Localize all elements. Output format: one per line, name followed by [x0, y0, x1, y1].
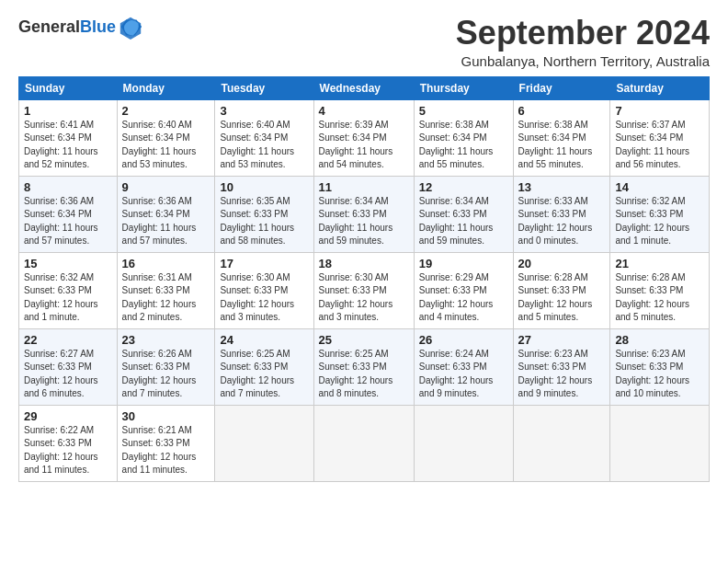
week-row-5: 29Sunrise: 6:22 AM Sunset: 6:33 PM Dayli… — [19, 405, 710, 481]
table-row: 15Sunrise: 6:32 AM Sunset: 6:33 PM Dayli… — [19, 252, 118, 328]
table-row: 25Sunrise: 6:25 AM Sunset: 6:33 PM Dayli… — [313, 328, 414, 405]
table-row: 9Sunrise: 6:36 AM Sunset: 6:34 PM Daylig… — [117, 176, 215, 252]
day-info: Sunrise: 6:25 AM Sunset: 6:33 PM Dayligh… — [220, 348, 308, 401]
logo-blue: Blue — [80, 17, 116, 36]
day-info: Sunrise: 6:38 AM Sunset: 6:34 PM Dayligh… — [419, 119, 508, 172]
day-number: 25 — [319, 333, 409, 347]
logo-icon — [118, 15, 143, 40]
day-number: 24 — [220, 333, 308, 347]
day-info: Sunrise: 6:32 AM Sunset: 6:33 PM Dayligh… — [615, 195, 704, 248]
day-info: Sunrise: 6:28 AM Sunset: 6:33 PM Dayligh… — [615, 271, 704, 325]
day-info: Sunrise: 6:27 AM Sunset: 6:33 PM Dayligh… — [24, 348, 112, 401]
day-info: Sunrise: 6:39 AM Sunset: 6:34 PM Dayligh… — [319, 119, 409, 172]
day-number: 17 — [220, 257, 308, 270]
day-number: 4 — [319, 104, 409, 118]
table-row: 18Sunrise: 6:30 AM Sunset: 6:33 PM Dayli… — [313, 252, 414, 328]
logo: GeneralBlue — [18, 15, 143, 40]
day-info: Sunrise: 6:37 AM Sunset: 6:34 PM Dayligh… — [615, 119, 704, 172]
day-number: 18 — [319, 257, 409, 270]
day-info: Sunrise: 6:30 AM Sunset: 6:33 PM Dayligh… — [220, 271, 308, 325]
table-row: 20Sunrise: 6:28 AM Sunset: 6:33 PM Dayli… — [513, 252, 610, 328]
day-number: 8 — [24, 180, 112, 194]
table-row: 26Sunrise: 6:24 AM Sunset: 6:33 PM Dayli… — [414, 328, 513, 405]
day-number: 10 — [220, 180, 308, 194]
day-number: 11 — [319, 180, 409, 194]
table-row: 4Sunrise: 6:39 AM Sunset: 6:34 PM Daylig… — [313, 99, 414, 176]
table-row: 22Sunrise: 6:27 AM Sunset: 6:33 PM Dayli… — [19, 328, 118, 405]
col-saturday: Saturday — [610, 76, 710, 99]
page: GeneralBlue September 2024 Gunbalanya, N… — [0, 0, 728, 491]
table-row: 23Sunrise: 6:26 AM Sunset: 6:33 PM Dayli… — [117, 328, 215, 405]
day-number: 16 — [122, 257, 210, 270]
table-row — [414, 405, 513, 481]
table-row — [513, 405, 610, 481]
table-row: 17Sunrise: 6:30 AM Sunset: 6:33 PM Dayli… — [215, 252, 313, 328]
subtitle: Gunbalanya, Northern Territory, Australi… — [456, 53, 710, 69]
week-row-2: 8Sunrise: 6:36 AM Sunset: 6:34 PM Daylig… — [19, 176, 710, 252]
title-block: September 2024 Gunbalanya, Northern Terr… — [456, 15, 710, 69]
table-row: 21Sunrise: 6:28 AM Sunset: 6:33 PM Dayli… — [610, 252, 710, 328]
table-row: 8Sunrise: 6:36 AM Sunset: 6:34 PM Daylig… — [19, 176, 118, 252]
week-row-1: 1Sunrise: 6:41 AM Sunset: 6:34 PM Daylig… — [19, 99, 710, 176]
day-info: Sunrise: 6:23 AM Sunset: 6:33 PM Dayligh… — [615, 348, 704, 401]
day-number: 20 — [518, 257, 606, 270]
day-number: 28 — [615, 333, 704, 347]
day-info: Sunrise: 6:40 AM Sunset: 6:34 PM Dayligh… — [122, 119, 210, 172]
header: GeneralBlue September 2024 Gunbalanya, N… — [18, 15, 710, 69]
day-number: 6 — [518, 104, 606, 118]
table-row: 30Sunrise: 6:21 AM Sunset: 6:33 PM Dayli… — [117, 405, 215, 481]
table-row: 7Sunrise: 6:37 AM Sunset: 6:34 PM Daylig… — [610, 99, 710, 176]
table-row: 24Sunrise: 6:25 AM Sunset: 6:33 PM Dayli… — [215, 328, 313, 405]
day-number: 7 — [615, 104, 704, 118]
day-number: 2 — [122, 104, 210, 118]
day-number: 29 — [24, 409, 112, 423]
table-row: 27Sunrise: 6:23 AM Sunset: 6:33 PM Dayli… — [513, 328, 610, 405]
day-number: 12 — [419, 180, 508, 194]
day-number: 21 — [615, 257, 704, 270]
day-info: Sunrise: 6:36 AM Sunset: 6:34 PM Dayligh… — [24, 195, 112, 248]
table-row — [313, 405, 414, 481]
table-row: 2Sunrise: 6:40 AM Sunset: 6:34 PM Daylig… — [117, 99, 215, 176]
day-number: 13 — [518, 180, 606, 194]
table-row: 10Sunrise: 6:35 AM Sunset: 6:33 PM Dayli… — [215, 176, 313, 252]
table-row: 12Sunrise: 6:34 AM Sunset: 6:33 PM Dayli… — [414, 176, 513, 252]
table-row: 14Sunrise: 6:32 AM Sunset: 6:33 PM Dayli… — [610, 176, 710, 252]
day-number: 3 — [220, 104, 308, 118]
table-row: 5Sunrise: 6:38 AM Sunset: 6:34 PM Daylig… — [414, 99, 513, 176]
day-number: 1 — [24, 104, 112, 118]
day-info: Sunrise: 6:22 AM Sunset: 6:33 PM Dayligh… — [24, 424, 112, 477]
calendar-header-row: Sunday Monday Tuesday Wednesday Thursday… — [19, 76, 710, 99]
col-tuesday: Tuesday — [215, 76, 313, 99]
day-number: 19 — [419, 257, 508, 270]
week-row-4: 22Sunrise: 6:27 AM Sunset: 6:33 PM Dayli… — [19, 328, 710, 405]
logo-text: GeneralBlue — [18, 18, 116, 37]
table-row: 28Sunrise: 6:23 AM Sunset: 6:33 PM Dayli… — [610, 328, 710, 405]
day-number: 5 — [419, 104, 508, 118]
table-row: 16Sunrise: 6:31 AM Sunset: 6:33 PM Dayli… — [117, 252, 215, 328]
day-number: 22 — [24, 333, 112, 347]
day-info: Sunrise: 6:31 AM Sunset: 6:33 PM Dayligh… — [122, 271, 210, 325]
day-info: Sunrise: 6:35 AM Sunset: 6:33 PM Dayligh… — [220, 195, 308, 248]
day-info: Sunrise: 6:21 AM Sunset: 6:33 PM Dayligh… — [122, 424, 210, 477]
col-friday: Friday — [513, 76, 610, 99]
col-sunday: Sunday — [19, 76, 118, 99]
col-monday: Monday — [117, 76, 215, 99]
table-row — [215, 405, 313, 481]
week-row-3: 15Sunrise: 6:32 AM Sunset: 6:33 PM Dayli… — [19, 252, 710, 328]
table-row: 29Sunrise: 6:22 AM Sunset: 6:33 PM Dayli… — [19, 405, 118, 481]
day-info: Sunrise: 6:34 AM Sunset: 6:33 PM Dayligh… — [419, 195, 508, 248]
day-info: Sunrise: 6:33 AM Sunset: 6:33 PM Dayligh… — [518, 195, 606, 248]
col-wednesday: Wednesday — [313, 76, 414, 99]
day-info: Sunrise: 6:36 AM Sunset: 6:34 PM Dayligh… — [122, 195, 210, 248]
day-number: 26 — [419, 333, 508, 347]
table-row: 6Sunrise: 6:38 AM Sunset: 6:34 PM Daylig… — [513, 99, 610, 176]
day-info: Sunrise: 6:26 AM Sunset: 6:33 PM Dayligh… — [122, 348, 210, 401]
day-info: Sunrise: 6:32 AM Sunset: 6:33 PM Dayligh… — [24, 271, 112, 325]
day-info: Sunrise: 6:30 AM Sunset: 6:33 PM Dayligh… — [319, 271, 409, 325]
table-row: 19Sunrise: 6:29 AM Sunset: 6:33 PM Dayli… — [414, 252, 513, 328]
day-info: Sunrise: 6:40 AM Sunset: 6:34 PM Dayligh… — [220, 119, 308, 172]
table-row: 13Sunrise: 6:33 AM Sunset: 6:33 PM Dayli… — [513, 176, 610, 252]
table-row: 11Sunrise: 6:34 AM Sunset: 6:33 PM Dayli… — [313, 176, 414, 252]
calendar-table: Sunday Monday Tuesday Wednesday Thursday… — [18, 76, 710, 482]
day-number: 30 — [122, 409, 210, 423]
